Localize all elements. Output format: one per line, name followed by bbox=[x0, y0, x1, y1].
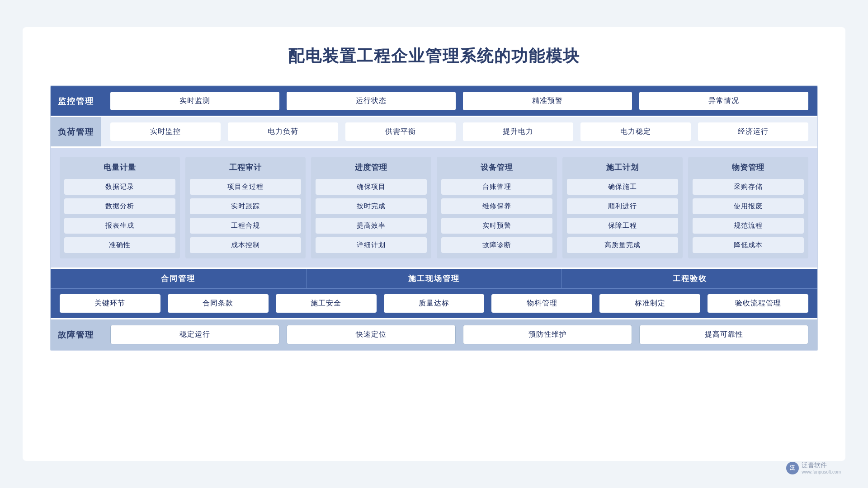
monitor-item-0: 实时监测 bbox=[110, 92, 279, 110]
module-audit-item-1: 实时跟踪 bbox=[190, 198, 301, 214]
module-progress: 进度管理 确保项目 按时完成 提高效率 详细计划 bbox=[311, 157, 431, 258]
logo-name: 泛普软件 bbox=[802, 461, 841, 469]
load-item-2: 供需平衡 bbox=[345, 122, 456, 141]
bottom-mgmt-items: 关键环节 合同条款 施工安全 质量达标 物料管理 标准制定 验收流程管理 bbox=[51, 289, 817, 318]
mgmt-item-0: 关键环节 bbox=[60, 294, 160, 313]
mgmt-contract-title: 合同管理 bbox=[51, 269, 307, 288]
mgmt-item-4: 物料管理 bbox=[491, 294, 592, 313]
mgmt-item-5: 标准制定 bbox=[599, 294, 700, 313]
monitor-item-2: 精准预警 bbox=[463, 92, 632, 110]
bottom-mgmt-row: 合同管理 施工现场管理 工程验收 关键环节 合同条款 施工安全 质量达标 物料管… bbox=[51, 269, 817, 318]
fault-label: 故障管理 bbox=[51, 319, 101, 350]
module-construction-plan-item-0: 确保施工 bbox=[567, 179, 678, 195]
module-materials-item-2: 规范流程 bbox=[693, 218, 804, 234]
modules-row: 电量计量 数据记录 数据分析 报表生成 准确性 工程审计 项目全过程 实时跟踪 … bbox=[51, 148, 817, 267]
module-progress-title: 进度管理 bbox=[316, 162, 427, 175]
module-audit-item-3: 成本控制 bbox=[190, 237, 301, 253]
logo-icon: 泛 bbox=[786, 462, 799, 474]
fault-content: 稳定运行 快速定位 预防性维护 提高可靠性 bbox=[101, 319, 817, 350]
fault-row: 故障管理 稳定运行 快速定位 预防性维护 提高可靠性 bbox=[51, 319, 817, 350]
module-electricity: 电量计量 数据记录 数据分析 报表生成 准确性 bbox=[60, 157, 180, 258]
module-materials-item-3: 降低成本 bbox=[693, 237, 804, 253]
module-construction-plan-item-1: 顺利进行 bbox=[567, 198, 678, 214]
module-electricity-item-2: 报表生成 bbox=[64, 218, 175, 234]
module-construction-plan: 施工计划 确保施工 顺利进行 保障工程 高质量完成 bbox=[562, 157, 683, 258]
module-materials-title: 物资管理 bbox=[693, 162, 804, 175]
load-item-4: 电力稳定 bbox=[580, 122, 691, 141]
mgmt-item-1: 合同条款 bbox=[168, 294, 269, 313]
modules-section: 电量计量 数据记录 数据分析 报表生成 准确性 工程审计 项目全过程 实时跟踪 … bbox=[51, 148, 817, 267]
load-item-1: 电力负荷 bbox=[228, 122, 338, 141]
monitor-row: 监控管理 实时监测 运行状态 精准预警 异常情况 bbox=[51, 86, 817, 116]
load-label: 负荷管理 bbox=[51, 117, 101, 146]
bottom-mgmt-header: 合同管理 施工现场管理 工程验收 bbox=[51, 269, 817, 289]
module-progress-item-1: 按时完成 bbox=[316, 198, 427, 214]
monitor-item-3: 异常情况 bbox=[639, 92, 808, 110]
load-content: 实时监控 电力负荷 供需平衡 提升电力 电力稳定 经济运行 bbox=[101, 117, 817, 146]
module-equipment: 设备管理 台账管理 维修保养 实时预警 故障诊断 bbox=[437, 157, 557, 258]
module-electricity-item-3: 准确性 bbox=[64, 237, 175, 253]
mgmt-item-6: 验收流程管理 bbox=[708, 294, 808, 313]
module-construction-plan-item-2: 保障工程 bbox=[567, 218, 678, 234]
module-progress-item-0: 确保项目 bbox=[316, 179, 427, 195]
module-equipment-item-2: 实时预警 bbox=[441, 218, 552, 234]
module-equipment-item-1: 维修保养 bbox=[441, 198, 552, 214]
logo-website: www.fanpusoft.com bbox=[802, 469, 841, 474]
mgmt-item-2: 施工安全 bbox=[276, 294, 377, 313]
module-electricity-item-0: 数据记录 bbox=[64, 179, 175, 195]
logo-text-group: 泛普软件 www.fanpusoft.com bbox=[802, 461, 841, 474]
module-electricity-title: 电量计量 bbox=[64, 162, 175, 175]
mgmt-acceptance-title: 工程验收 bbox=[562, 269, 817, 288]
module-progress-item-3: 详细计划 bbox=[316, 237, 427, 253]
page-title: 配电装置工程企业管理系统的功能模块 bbox=[50, 45, 818, 67]
load-item-3: 提升电力 bbox=[463, 122, 573, 141]
monitor-content: 实时监测 运行状态 精准预警 异常情况 bbox=[101, 86, 817, 116]
load-row: 负荷管理 实时监控 电力负荷 供需平衡 提升电力 电力稳定 经济运行 bbox=[51, 117, 817, 146]
load-item-5: 经济运行 bbox=[698, 122, 808, 141]
module-equipment-item-3: 故障诊断 bbox=[441, 237, 552, 253]
fault-item-0: 稳定运行 bbox=[110, 325, 279, 344]
monitor-item-1: 运行状态 bbox=[287, 92, 456, 110]
module-materials: 物资管理 采购存储 使用报废 规范流程 降低成本 bbox=[688, 157, 808, 258]
module-equipment-item-0: 台账管理 bbox=[441, 179, 552, 195]
module-electricity-item-1: 数据分析 bbox=[64, 198, 175, 214]
module-audit-item-2: 工程合规 bbox=[190, 218, 301, 234]
module-audit-item-0: 项目全过程 bbox=[190, 179, 301, 195]
module-equipment-title: 设备管理 bbox=[441, 162, 552, 175]
module-audit: 工程审计 项目全过程 实时跟踪 工程合规 成本控制 bbox=[185, 157, 306, 258]
module-materials-item-0: 采购存储 bbox=[693, 179, 804, 195]
mgmt-site-title: 施工现场管理 bbox=[307, 269, 562, 288]
fault-item-3: 提高可靠性 bbox=[639, 325, 808, 344]
module-construction-plan-title: 施工计划 bbox=[567, 162, 678, 175]
load-item-0: 实时监控 bbox=[110, 122, 221, 141]
module-construction-plan-item-3: 高质量完成 bbox=[567, 237, 678, 253]
module-audit-title: 工程审计 bbox=[190, 162, 301, 175]
module-materials-item-1: 使用报废 bbox=[693, 198, 804, 214]
module-progress-item-2: 提高效率 bbox=[316, 218, 427, 234]
fault-item-2: 预防性维护 bbox=[463, 325, 632, 344]
monitor-label: 监控管理 bbox=[51, 86, 101, 116]
fault-item-1: 快速定位 bbox=[287, 325, 456, 344]
logo-area: 泛 泛普软件 www.fanpusoft.com bbox=[786, 461, 841, 474]
mgmt-item-3: 质量达标 bbox=[384, 294, 485, 313]
